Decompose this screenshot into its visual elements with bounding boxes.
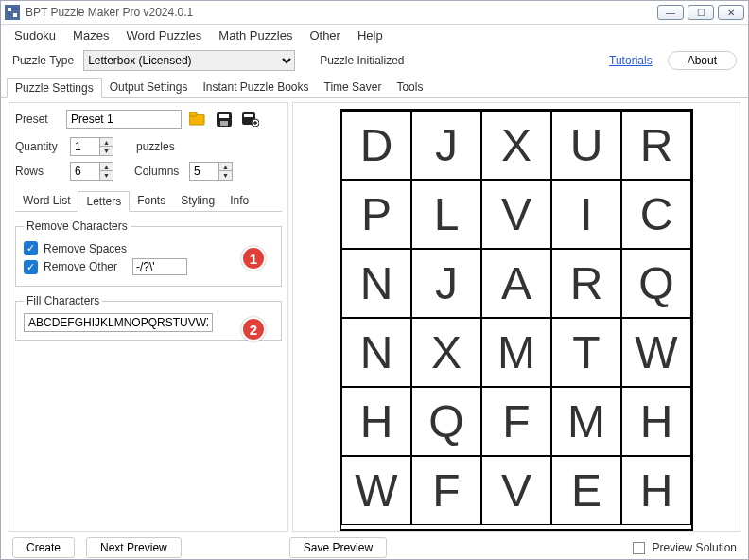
annotation-badge-1: 1: [241, 246, 266, 271]
grid-cell: H: [621, 387, 691, 456]
puzzle-type-label: Puzzle Type: [12, 54, 74, 67]
remove-spaces-checkbox[interactable]: ✓: [24, 241, 38, 255]
svg-rect-6: [219, 114, 229, 118]
spinner-up-icon[interactable]: ▲: [99, 138, 113, 147]
grid-cell: J: [411, 111, 481, 180]
maximize-button[interactable]: ☐: [688, 5, 714, 20]
grid-cell: E: [551, 456, 621, 525]
preview-pane: DJXURPLVICNJARQNXMTWHQFMHWFVEH: [292, 102, 740, 532]
spinner-down-icon[interactable]: ▼: [218, 171, 232, 180]
grid-cell: F: [481, 387, 551, 456]
title-bar: BPT Puzzle Maker Pro v2024.0.1 — ☐ ✕: [1, 1, 748, 25]
status-text: Puzzle Initialized: [320, 54, 404, 67]
grid-cell: P: [341, 180, 411, 249]
tab-output-settings[interactable]: Output Settings: [102, 78, 196, 98]
svg-rect-9: [244, 114, 253, 117]
app-icon: [5, 5, 20, 20]
grid-cell: T: [551, 318, 621, 387]
quantity-input[interactable]: [71, 138, 99, 155]
minimize-button[interactable]: —: [657, 5, 684, 20]
fill-characters-group: Fill Characters 2: [15, 294, 282, 341]
tab-time-saver[interactable]: Time Saver: [317, 78, 390, 98]
svg-rect-1: [8, 8, 11, 11]
grid-cell: J: [411, 249, 481, 318]
menu-mazes[interactable]: Mazes: [73, 28, 109, 43]
columns-stepper[interactable]: ▲▼: [189, 162, 233, 181]
grid-cell: W: [341, 456, 411, 525]
puzzle-type-select[interactable]: Letterbox (Licensed): [83, 50, 295, 71]
grid-cell: I: [551, 180, 621, 249]
grid-cell: V: [481, 456, 551, 525]
svg-rect-0: [5, 5, 20, 20]
remove-other-checkbox[interactable]: ✓: [24, 260, 38, 274]
rows-label: Rows: [15, 165, 64, 178]
grid-cell: W: [621, 318, 691, 387]
menu-word-puzzles[interactable]: Word Puzzles: [126, 28, 201, 43]
preview-solution-option[interactable]: Preview Solution: [633, 541, 737, 554]
preset-input[interactable]: [66, 110, 182, 129]
window-title: BPT Puzzle Maker Pro v2024.0.1: [26, 6, 653, 19]
save-plus-icon[interactable]: [240, 109, 261, 130]
tutorials-link[interactable]: Tutorials: [609, 54, 653, 67]
next-preview-button[interactable]: Next Preview: [86, 537, 182, 558]
main-tabs: Puzzle Settings Output Settings Instant …: [1, 77, 748, 98]
settings-pane: Preset Quantity ▲▼ puzzles Rows: [9, 102, 288, 532]
preview-solution-checkbox[interactable]: [633, 542, 645, 554]
subtab-styling[interactable]: Styling: [173, 191, 222, 212]
annotation-badge-2: 2: [241, 317, 266, 341]
remove-spaces-label: Remove Spaces: [44, 242, 127, 255]
spinner-up-icon[interactable]: ▲: [99, 163, 113, 171]
grid-cell: H: [341, 387, 411, 456]
columns-label: Columns: [134, 165, 183, 178]
spinner-down-icon[interactable]: ▼: [99, 171, 113, 180]
tab-puzzle-settings[interactable]: Puzzle Settings: [7, 78, 102, 98]
subtab-fonts[interactable]: Fonts: [130, 191, 173, 212]
subtab-letters[interactable]: Letters: [78, 191, 130, 212]
svg-rect-4: [189, 112, 197, 116]
subtab-word-list[interactable]: Word List: [15, 191, 78, 212]
svg-rect-2: [13, 13, 17, 17]
grid-cell: R: [621, 111, 691, 180]
body: Preset Quantity ▲▼ puzzles Rows: [1, 98, 748, 534]
grid-cell: M: [481, 318, 551, 387]
menu-other[interactable]: Other: [309, 28, 340, 43]
letter-grid: DJXURPLVICNJARQNXMTWHQFMHWFVEH: [340, 109, 693, 531]
grid-cell: A: [481, 249, 551, 318]
top-bar: Puzzle Type Letterbox (Licensed) Puzzle …: [1, 48, 748, 75]
create-button[interactable]: Create: [12, 537, 75, 558]
fill-characters-legend: Fill Characters: [24, 294, 102, 307]
remove-other-label: Remove Other: [44, 260, 117, 273]
sub-tabs: Word List Letters Fonts Styling Info: [15, 190, 282, 212]
menu-sudoku[interactable]: Sudoku: [14, 28, 56, 43]
save-icon[interactable]: [214, 109, 235, 130]
grid-cell: M: [551, 387, 621, 456]
tab-tools[interactable]: Tools: [389, 78, 430, 98]
grid-cell: X: [481, 111, 551, 180]
columns-input[interactable]: [190, 163, 218, 180]
quantity-stepper[interactable]: ▲▼: [70, 137, 113, 156]
remove-characters-legend: Remove Characters: [24, 219, 131, 233]
grid-cell: X: [411, 318, 481, 387]
grid-cell: F: [411, 456, 481, 525]
spinner-up-icon[interactable]: ▲: [218, 163, 232, 171]
grid-cell: C: [621, 180, 691, 249]
rows-stepper[interactable]: ▲▼: [70, 162, 113, 181]
tab-instant-puzzle-books[interactable]: Instant Puzzle Books: [195, 78, 316, 98]
menu-help[interactable]: Help: [357, 28, 383, 43]
grid-cell: U: [551, 111, 621, 180]
grid-cell: V: [481, 180, 551, 249]
preset-label: Preset: [15, 113, 61, 126]
rows-input[interactable]: [71, 163, 99, 180]
close-button[interactable]: ✕: [718, 5, 744, 20]
menu-math-puzzles[interactable]: Math Puzzles: [218, 28, 292, 43]
about-button[interactable]: About: [668, 51, 737, 70]
grid-cell: N: [341, 318, 411, 387]
remove-other-input[interactable]: [132, 258, 187, 275]
save-preview-button[interactable]: Save Preview: [289, 537, 387, 558]
grid-cell: R: [551, 249, 621, 318]
spinner-down-icon[interactable]: ▼: [99, 147, 113, 155]
subtab-info[interactable]: Info: [222, 191, 256, 212]
open-folder-icon[interactable]: [187, 109, 208, 130]
fill-characters-input[interactable]: [24, 313, 213, 332]
grid-cell: Q: [411, 387, 481, 456]
